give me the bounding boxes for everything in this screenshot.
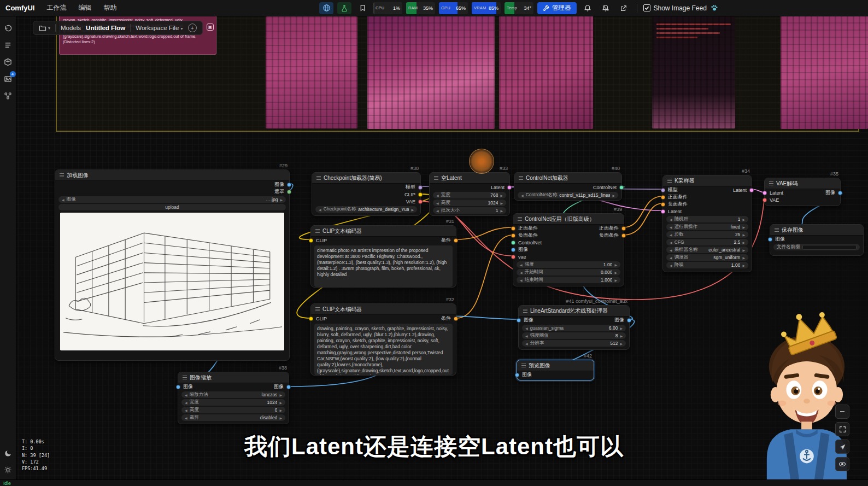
model-library-button[interactable] xyxy=(1,55,15,69)
prev-arrow-icon[interactable]: ◀ xyxy=(185,393,187,397)
workflows-button[interactable] xyxy=(1,89,15,103)
prev-arrow-icon[interactable]: ◀ xyxy=(670,264,672,267)
input-image-slot[interactable] xyxy=(176,385,180,389)
node-title-bar[interactable]: Checkpoint加载器(简易) xyxy=(312,173,420,184)
node-menu-icon[interactable] xyxy=(523,309,527,313)
next-arrow-icon[interactable]: ▶ xyxy=(279,401,282,405)
locate-button[interactable] xyxy=(835,440,849,454)
seed-widget[interactable]: ◀随机种1▶ xyxy=(666,216,748,222)
prev-arrow-icon[interactable]: ◀ xyxy=(670,256,672,260)
node-ksampler[interactable]: #34 K采样器 模型Latent 正面条件 负面条件 Latent ◀随机种1… xyxy=(662,175,752,272)
prev-arrow-icon[interactable]: ◀ xyxy=(185,408,187,412)
next-arrow-icon[interactable]: ▶ xyxy=(280,198,283,202)
flask-icon[interactable] xyxy=(337,2,351,14)
menu-help[interactable]: 帮助 xyxy=(103,3,116,13)
prev-arrow-icon[interactable]: ◀ xyxy=(62,198,64,202)
input-image-slot[interactable] xyxy=(768,237,772,242)
fit-view-button[interactable] xyxy=(835,422,849,436)
gaussian-sigma-widget[interactable]: ◀guassian_sigma6.00▶ xyxy=(522,325,626,331)
node-title-bar[interactable]: 保存图像 xyxy=(770,225,863,236)
node-title-bar[interactable]: VAE解码 xyxy=(765,178,840,189)
node-checkpoint-loader[interactable]: #30 Checkpoint加载器(简易) 模型 CLIP VAE ◀Check… xyxy=(312,172,421,216)
node-menu-icon[interactable] xyxy=(315,229,320,233)
node-menu-icon[interactable] xyxy=(667,179,672,183)
next-arrow-icon[interactable]: ▶ xyxy=(279,393,282,397)
node-title-bar[interactable]: 加载图像 xyxy=(55,170,289,181)
input-vae-slot[interactable] xyxy=(511,255,515,259)
input-image-slot[interactable] xyxy=(517,318,521,323)
filename-input[interactable] xyxy=(802,245,857,250)
start-percent-widget[interactable]: ◀开始时间0.000▶ xyxy=(517,269,620,276)
node-title-bar[interactable]: CLIP文本编码器 xyxy=(311,226,456,237)
output-mask-slot[interactable] xyxy=(287,190,291,194)
node-save-image[interactable]: 保存图像 图像 文件名前缀 xyxy=(770,224,864,256)
input-image-slot[interactable] xyxy=(511,248,515,252)
input-clip-slot[interactable] xyxy=(309,238,313,243)
next-arrow-icon[interactable]: ▶ xyxy=(500,209,503,213)
next-arrow-icon[interactable]: ▶ xyxy=(620,326,623,330)
translate-icon[interactable] xyxy=(319,2,333,14)
feed-image[interactable] xyxy=(781,15,868,129)
prev-arrow-icon[interactable]: ◀ xyxy=(436,194,439,197)
height-widget[interactable]: ◀高度1024▶ xyxy=(433,200,506,206)
app-logo[interactable]: ComfyUI xyxy=(5,4,34,12)
node-apply-controlnet[interactable]: #39 ControlNet应用（旧版高级） 正面条件正面条件 负面条件负面条件… xyxy=(513,213,624,286)
bell-icon[interactable] xyxy=(580,2,595,14)
prev-arrow-icon[interactable]: ◀ xyxy=(670,225,672,229)
width-widget[interactable]: ◀宽度1024▶ xyxy=(181,399,285,406)
input-latent-slot[interactable] xyxy=(763,191,767,195)
next-arrow-icon[interactable]: ▶ xyxy=(742,225,745,229)
settings-gear-icon[interactable] xyxy=(1,462,15,477)
node-title-bar[interactable]: 预览图像 xyxy=(517,360,594,371)
prev-arrow-icon[interactable]: ◀ xyxy=(670,248,672,252)
strength-widget[interactable]: ◀强度1.00▶ xyxy=(517,261,620,268)
node-menu-icon[interactable] xyxy=(769,181,773,185)
node-title-bar[interactable]: 空Latent xyxy=(430,173,509,184)
save-workflow-button[interactable]: + xyxy=(188,24,197,32)
next-arrow-icon[interactable]: ▶ xyxy=(411,208,414,212)
controlnet-name-widget[interactable]: ◀ControlNet名称control_v11p_sd15_lineart.p… xyxy=(518,192,618,198)
next-arrow-icon[interactable]: ▶ xyxy=(742,264,745,267)
bookmark-icon[interactable] xyxy=(355,2,370,14)
prev-arrow-icon[interactable]: ◀ xyxy=(525,342,528,346)
prev-arrow-icon[interactable]: ◀ xyxy=(521,194,524,197)
manager-button[interactable]: 管理器 xyxy=(537,2,577,14)
feed-image[interactable] xyxy=(652,15,735,128)
image-feed-toggle[interactable]: Show Image Feed xyxy=(643,4,718,12)
output-latent-slot[interactable] xyxy=(749,188,754,192)
node-empty-latent[interactable]: #33 空Latent Latent ◀宽度768▶ ◀高度1024▶ ◀批次大… xyxy=(429,172,510,216)
toggle-visibility-button[interactable] xyxy=(835,457,849,471)
next-arrow-icon[interactable]: ▶ xyxy=(742,233,745,237)
prev-arrow-icon[interactable]: ◀ xyxy=(319,208,321,212)
prev-arrow-icon[interactable]: ◀ xyxy=(525,326,528,330)
node-clip-encode-positive[interactable]: #31 CLIP文本编码器 CLIP条件 cinematic photo An … xyxy=(310,225,456,288)
output-image-slot[interactable] xyxy=(287,183,291,187)
prev-arrow-icon[interactable]: ◀ xyxy=(436,201,439,205)
output-negative-slot[interactable] xyxy=(621,233,626,238)
prev-arrow-icon[interactable]: ◀ xyxy=(520,278,523,282)
next-arrow-icon[interactable]: ▶ xyxy=(500,201,503,205)
node-title-bar[interactable]: 图像缩放 xyxy=(178,372,289,383)
node-preview-image[interactable]: #42 预览图像 图像 xyxy=(517,360,594,380)
models-menu[interactable]: Models xyxy=(61,25,81,31)
prev-arrow-icon[interactable]: ◀ xyxy=(520,263,523,267)
menu-workflow[interactable]: 工作流 xyxy=(46,3,66,13)
node-menu-icon[interactable] xyxy=(775,228,779,232)
node-menu-icon[interactable] xyxy=(518,217,522,221)
batch-size-widget[interactable]: ◀批次大小1▶ xyxy=(433,207,506,214)
prev-arrow-icon[interactable]: ◀ xyxy=(525,334,528,338)
node-title-bar[interactable]: LineArtStandard艺术线预处理器 xyxy=(519,306,629,317)
next-arrow-icon[interactable]: ▶ xyxy=(614,263,617,267)
input-latent-slot[interactable] xyxy=(661,209,665,214)
feed-image[interactable] xyxy=(367,15,495,129)
next-arrow-icon[interactable]: ▶ xyxy=(279,416,282,420)
cfg-widget[interactable]: ◀CFG2.5▶ xyxy=(666,239,748,245)
node-menu-icon[interactable] xyxy=(60,173,64,177)
node-vae-decode[interactable]: #35 VAE解码 Latent图像 VAE xyxy=(764,178,841,206)
next-arrow-icon[interactable]: ▶ xyxy=(612,194,615,197)
scheduler-widget[interactable]: ◀调度器sgm_uniform▶ xyxy=(666,254,748,261)
denoise-widget[interactable]: ◀降噪1.00▶ xyxy=(666,262,748,268)
height-widget[interactable]: ◀高度0▶ xyxy=(181,407,285,413)
output-cond-slot[interactable] xyxy=(454,317,458,321)
node-lineart-preprocessor[interactable]: #41 comfyui_controlnet_aux LineArtStanda… xyxy=(518,305,630,350)
